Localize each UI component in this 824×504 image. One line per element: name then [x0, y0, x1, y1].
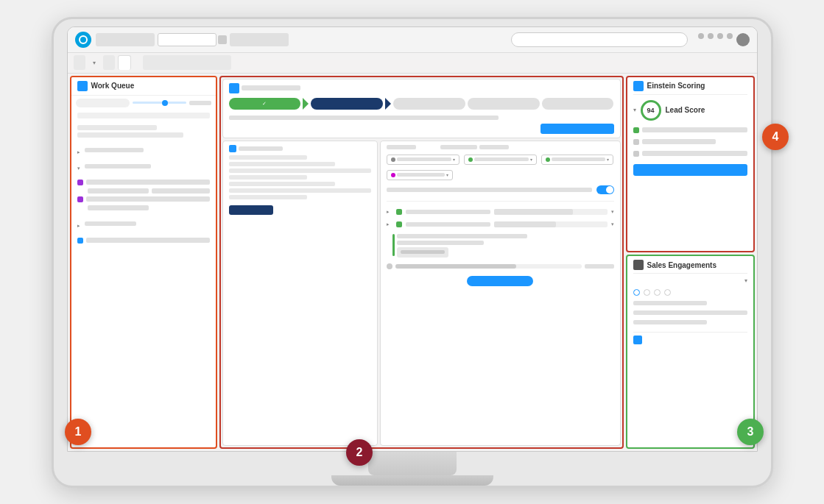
- wq-search-box[interactable]: [76, 99, 130, 107]
- dropdown-pill-2[interactable]: ▾: [464, 155, 537, 165]
- gantt-label-1: [406, 210, 490, 214]
- sf-nav-tab-2[interactable]: [103, 55, 115, 70]
- sales-dot-4[interactable]: [664, 289, 671, 296]
- timeline-section: [387, 234, 614, 258]
- gantt-expand-icon-2[interactable]: ▸: [387, 221, 392, 227]
- rmp-button-row: [387, 273, 614, 286]
- wq-section-1: [71, 121, 216, 142]
- browser-icons: [698, 33, 750, 46]
- process-arrow-2: [385, 98, 391, 110]
- top-center-panel: ✓: [222, 79, 621, 138]
- sales-header: Sales Engagements: [633, 260, 747, 274]
- timeline-action[interactable]: [397, 247, 448, 258]
- sales-dot-1[interactable]: [633, 289, 640, 296]
- timeline-label-1: [397, 234, 527, 238]
- browser-icon-2: [708, 33, 714, 39]
- wq-blue-row: [71, 232, 216, 249]
- wq-expand-row: ▸: [71, 142, 216, 158]
- dropdown-pill-1[interactable]: ▾: [387, 155, 459, 165]
- work-queue-icon: [77, 81, 88, 91]
- chevron-down-icon-3: ▾: [607, 157, 609, 162]
- user-avatar[interactable]: [736, 33, 750, 46]
- wq-expand-row-2: ▾: [71, 158, 216, 174]
- wq-item-text-2: [85, 164, 151, 168]
- salesforce-logo: [75, 32, 91, 48]
- work-queue-header: Work Queue: [71, 77, 216, 96]
- wq-purple-item-3[interactable]: [77, 196, 210, 202]
- center-column: ✓: [219, 76, 624, 449]
- einstein-bar-dot-3: [633, 151, 639, 157]
- sf-nav-tab-3-active[interactable]: [118, 55, 131, 70]
- sales-dropdown[interactable]: ▾: [633, 277, 747, 284]
- toggle-switch[interactable]: [596, 185, 614, 194]
- einstein-icon: [633, 81, 644, 91]
- wq-purple-icon-2: [77, 196, 83, 202]
- einstein-panel: Einstein Scoring ▾ 94 Lead Score: [626, 76, 755, 253]
- browser-icon-4: [727, 33, 733, 39]
- tc-action-button[interactable]: [540, 124, 614, 134]
- gantt-arrow-icon-2: ▾: [611, 221, 614, 227]
- wq-item-text-3: [85, 221, 136, 226]
- process-step-2[interactable]: [468, 98, 540, 110]
- ls-row: [229, 175, 307, 180]
- einstein-action-button[interactable]: [633, 164, 747, 176]
- timeline-content: [397, 234, 614, 258]
- screen: ▾ Work Queue: [67, 26, 758, 452]
- badge-1: 1: [65, 419, 91, 445]
- ls-action-button[interactable]: [229, 205, 273, 215]
- timeline-action-text: [401, 250, 445, 254]
- browser-icon-1: [698, 33, 704, 39]
- process-step-1[interactable]: [393, 98, 465, 110]
- process-step-active[interactable]: [311, 98, 383, 110]
- tc-header-label: [242, 85, 300, 90]
- lead-score-chevron-icon[interactable]: ▾: [633, 107, 636, 113]
- rmp-header-label3: [479, 145, 509, 149]
- wq-purple-item-2[interactable]: [77, 188, 210, 194]
- browser-tab-2-active[interactable]: [158, 33, 216, 46]
- gantt-bar-1: [494, 209, 574, 215]
- dropdown-pill-4[interactable]: ▾: [387, 170, 453, 180]
- wq-expand-row-3: ▸: [71, 216, 216, 232]
- sf-nav-tab-4[interactable]: [143, 55, 231, 70]
- einstein-bar-row-1: [633, 127, 747, 133]
- badge-2: 2: [346, 439, 373, 466]
- browser-tab-1[interactable]: [96, 33, 155, 46]
- right-main-panel: ▾ ▾ ▾: [380, 141, 621, 446]
- toggle-label: [387, 188, 592, 192]
- sales-dot-2[interactable]: [644, 289, 650, 296]
- wq-item-label-3: [86, 196, 210, 202]
- chevron-down-icon-4: ▾: [446, 172, 448, 177]
- ls-icon: [229, 145, 236, 152]
- sales-engagements-icon: [633, 260, 644, 270]
- tab-close-icon[interactable]: [218, 35, 227, 44]
- rmp-save-button[interactable]: [467, 276, 533, 286]
- sf-nav-tab-1[interactable]: [74, 55, 85, 70]
- gantt-dot-2: [396, 221, 402, 227]
- sales-dot-3[interactable]: [654, 289, 661, 296]
- timeline-label-2: [397, 241, 484, 245]
- ls-row: [229, 168, 371, 173]
- rmp-dropdown-row-2: ▾: [387, 170, 614, 180]
- gantt-dot-1: [396, 209, 402, 215]
- wq-blue-item[interactable]: [77, 238, 210, 244]
- einstein-bar-1: [642, 127, 747, 132]
- progress-icon: [387, 263, 392, 269]
- browser-search-bar[interactable]: [511, 32, 688, 47]
- gantt-track-1: [494, 209, 608, 215]
- dropdown-pill-3[interactable]: ▾: [541, 155, 614, 165]
- sf-nav-dropdown[interactable]: ▾: [88, 57, 100, 68]
- work-queue-panel: Work Queue ▸: [70, 76, 217, 449]
- process-step-completed[interactable]: ✓: [229, 98, 301, 110]
- dropdown-dot: [391, 157, 395, 162]
- browser-tab-3[interactable]: [230, 33, 289, 46]
- gantt-expand-icon[interactable]: ▸: [387, 209, 392, 215]
- timeline-bar: [392, 234, 395, 256]
- wq-slider[interactable]: [133, 102, 186, 104]
- chevron-down-icon: ▾: [744, 277, 747, 284]
- gantt-arrow-icon: ▾: [611, 209, 614, 215]
- wq-purple-item-1[interactable]: [77, 180, 210, 185]
- sales-title: Sales Engagements: [647, 261, 716, 269]
- rmp-header-label2: [440, 145, 477, 149]
- process-step-3[interactable]: [542, 98, 614, 110]
- einstein-header: Einstein Scoring: [633, 81, 747, 95]
